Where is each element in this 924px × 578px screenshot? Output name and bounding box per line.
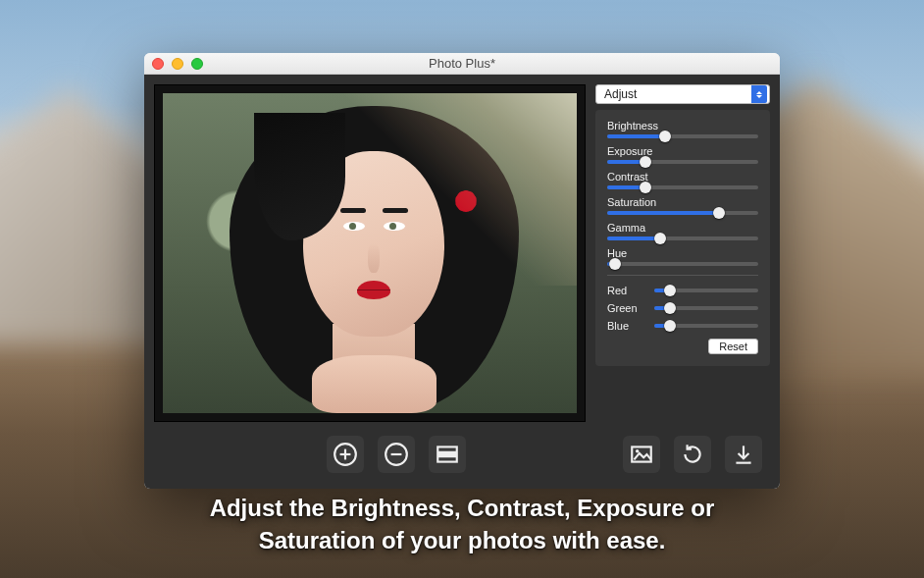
- slider-track[interactable]: [607, 160, 758, 164]
- export-button[interactable]: [725, 436, 762, 473]
- slider-blue: Blue: [607, 320, 758, 332]
- caption-line-1: Adjust the Brightness, Contrast, Exposur…: [0, 493, 924, 524]
- close-window-button[interactable]: [152, 58, 164, 70]
- adjustments-panel: Adjust BrightnessExposureContrastSaturat…: [595, 84, 770, 422]
- slider-thumb[interactable]: [659, 131, 671, 142]
- sliders-container: BrightnessExposureContrastSaturationGamm…: [595, 110, 770, 366]
- promo-caption: Adjust the Brightness, Contrast, Exposur…: [0, 493, 924, 556]
- fit-screen-icon: [435, 442, 460, 467]
- slider-thumb[interactable]: [640, 182, 651, 193]
- image-icon: [629, 442, 654, 467]
- slider-exposure: Exposure: [607, 145, 758, 164]
- divider: [607, 275, 758, 276]
- zoom-group: [327, 436, 466, 473]
- slider-red: Red: [607, 285, 758, 296]
- svg-point-8: [636, 449, 639, 452]
- minimize-window-button[interactable]: [172, 58, 183, 70]
- slider-label: Green: [607, 302, 644, 314]
- title-bar: Photo Plus*: [144, 53, 780, 75]
- slider-brightness: Brightness: [607, 120, 758, 138]
- bottom-toolbar: [154, 430, 770, 479]
- app-window: Photo Plus*: [144, 53, 780, 489]
- slider-label: Saturation: [607, 196, 758, 208]
- slider-track[interactable]: [607, 211, 758, 215]
- slider-label: Contrast: [607, 171, 758, 183]
- slider-fill: [607, 134, 665, 138]
- canvas-container: [154, 84, 586, 422]
- slider-track[interactable]: [607, 262, 758, 266]
- slider-label: Exposure: [607, 145, 758, 157]
- fullscreen-window-button[interactable]: [191, 58, 203, 70]
- slider-thumb[interactable]: [640, 156, 651, 168]
- slider-thumb[interactable]: [609, 258, 621, 270]
- slider-gamma: Gamma: [607, 222, 758, 240]
- plus-circle-icon: [333, 442, 358, 467]
- caption-line-2: Saturation of your photos with ease.: [0, 525, 924, 556]
- slider-thumb[interactable]: [664, 320, 676, 332]
- fit-screen-button[interactable]: [429, 436, 466, 473]
- chevron-updown-icon: [751, 85, 767, 103]
- slider-green: Green: [607, 302, 758, 314]
- window-title: Photo Plus*: [144, 56, 780, 71]
- minus-circle-icon: [384, 442, 409, 467]
- slider-track[interactable]: [607, 185, 758, 189]
- action-group: [623, 436, 762, 473]
- slider-label: Red: [607, 285, 644, 296]
- slider-track[interactable]: [654, 306, 758, 310]
- slider-track[interactable]: [607, 236, 758, 240]
- rotate-icon: [680, 442, 705, 467]
- slider-track[interactable]: [654, 324, 758, 328]
- slider-fill: [607, 211, 719, 215]
- slider-track[interactable]: [607, 134, 758, 138]
- slider-thumb[interactable]: [654, 233, 666, 244]
- photo-canvas[interactable]: [163, 93, 577, 413]
- slider-track[interactable]: [654, 289, 758, 292]
- rotate-button[interactable]: [674, 436, 711, 473]
- svg-rect-6: [437, 451, 457, 458]
- download-icon: [731, 442, 756, 467]
- mode-select-value: Adjust: [604, 87, 637, 101]
- slider-thumb[interactable]: [664, 285, 676, 296]
- slider-label: Blue: [607, 320, 644, 332]
- app-content: Adjust BrightnessExposureContrastSaturat…: [144, 75, 780, 489]
- slider-thumb[interactable]: [664, 302, 676, 314]
- reset-button[interactable]: Reset: [708, 339, 758, 354]
- slider-fill: [607, 236, 660, 240]
- window-controls: [152, 58, 203, 70]
- compare-button[interactable]: [623, 436, 660, 473]
- slider-hue: Hue: [607, 247, 758, 266]
- slider-label: Brightness: [607, 120, 758, 131]
- slider-contrast: Contrast: [607, 171, 758, 189]
- slider-thumb[interactable]: [713, 207, 725, 219]
- zoom-out-button[interactable]: [378, 436, 415, 473]
- zoom-in-button[interactable]: [327, 436, 364, 473]
- mode-select[interactable]: Adjust: [595, 84, 770, 104]
- slider-saturation: Saturation: [607, 196, 758, 215]
- slider-label: Gamma: [607, 222, 758, 234]
- slider-label: Hue: [607, 247, 758, 259]
